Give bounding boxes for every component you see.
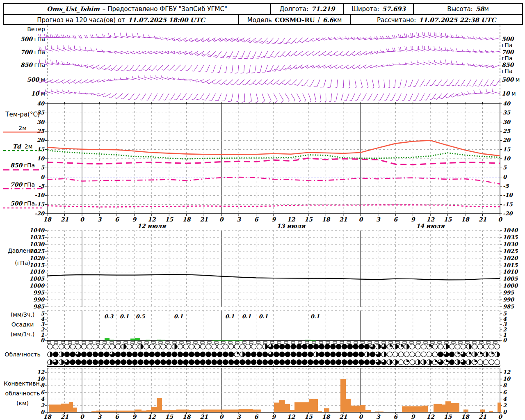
svg-text:12: 12 (426, 216, 435, 223)
cloud-cover-symbol (212, 352, 217, 357)
cloud-cover-symbol (121, 360, 126, 365)
cloud-cover-symbol (302, 360, 308, 365)
wind-barbs (38, 25, 500, 103)
cloud-cover-symbol (127, 344, 132, 349)
svg-text:0: 0 (503, 337, 507, 343)
cloud-cover-symbol (359, 352, 364, 357)
cloud-cover-symbol (110, 360, 115, 365)
cloud-cover-symbol (319, 344, 324, 349)
cloud-cover-symbol (144, 360, 149, 365)
cloud-cover-symbol (189, 344, 194, 349)
convective-cloud-bar (73, 408, 77, 412)
cloud-cover-symbol (279, 360, 285, 365)
svg-text:12: 12 (426, 413, 435, 420)
svg-text:995: 995 (33, 290, 45, 296)
convective-cloud-bar (410, 406, 422, 412)
convective-cloud-bar (351, 406, 361, 412)
svg-text:10: 10 (37, 155, 45, 162)
cloud-cover-symbol (319, 352, 324, 357)
cloud-cover-symbol (234, 360, 240, 365)
convective-cloud-bar (285, 404, 290, 412)
svg-text:15: 15 (165, 413, 173, 420)
cloud-cover-symbol (477, 344, 483, 349)
svg-text:3: 3 (98, 216, 102, 223)
convective-cloud-bar (213, 410, 239, 412)
cloud-cover-symbol (76, 344, 81, 349)
cloud-cover-symbol (161, 360, 166, 365)
cloud-cover-symbol (212, 344, 217, 349)
cloud-cover-symbol (427, 352, 432, 357)
precip-bar (157, 340, 161, 340)
cloud-cover-symbol (461, 344, 466, 349)
svg-text:0: 0 (498, 216, 502, 223)
cloud-cover-symbol (194, 360, 200, 365)
svg-text:12: 12 (37, 369, 45, 375)
svg-text:12: 12 (287, 216, 296, 223)
convective-cloud-bar (309, 399, 318, 412)
svg-text:-20: -20 (503, 210, 513, 217)
convective-cloud-bar (239, 409, 253, 412)
svg-text:20: 20 (503, 137, 511, 143)
cloud-cover-symbol (370, 352, 375, 357)
cloud-cover-symbol (398, 360, 404, 365)
convective-cloud-bar (61, 404, 69, 412)
svg-text:21: 21 (200, 413, 208, 420)
cloud-cover-symbol (297, 344, 302, 349)
svg-text:12: 12 (148, 413, 156, 420)
convective-cloud-bar (422, 406, 428, 412)
svg-text:15: 15 (304, 216, 313, 223)
cloud-cover-symbol (144, 344, 149, 349)
cloud-cover-symbol (449, 344, 454, 349)
svg-text:1040: 1040 (30, 227, 45, 233)
cloud-cover-symbol (483, 360, 488, 365)
cloud-cover-symbol (189, 352, 194, 357)
cloud-cover-symbol (398, 352, 404, 357)
cloud-cover-symbol (76, 360, 81, 365)
cloud-cover-symbol (438, 344, 443, 349)
cloud-cover-symbol (331, 352, 336, 357)
cloud-cover-symbol (421, 352, 426, 357)
cloud-cover-symbol (81, 352, 87, 357)
cloud-cover-symbol (104, 360, 110, 365)
cloud-cover-symbol (302, 352, 308, 357)
convective-cloud-bar (324, 408, 329, 412)
svg-text:40: 40 (503, 100, 511, 107)
cloud-cover-symbol (206, 352, 211, 357)
svg-text:6: 6 (115, 413, 119, 420)
svg-text:18: 18 (43, 216, 52, 223)
svg-text:21: 21 (479, 413, 487, 420)
convective-cloud-bar (253, 410, 261, 412)
precip-bar (305, 340, 310, 340)
cloud-cover-symbol (489, 360, 494, 365)
date-label: 12 июля (137, 223, 167, 229)
cloud-cover-symbol (291, 352, 296, 357)
convective-cloud-bar (201, 410, 213, 412)
cloud-cover-symbol (246, 344, 251, 349)
cloud-cover-symbol (279, 352, 285, 357)
cloud-cover-symbol (274, 352, 279, 357)
svg-text:3: 3 (98, 413, 102, 420)
cloud-cover-symbol (127, 360, 132, 365)
svg-text:18: 18 (461, 413, 470, 420)
cloud-cover-symbol (342, 344, 347, 349)
cloud-cover-symbol (70, 344, 75, 349)
svg-text:0: 0 (503, 174, 507, 180)
svg-text:0: 0 (80, 413, 84, 420)
svg-text:995: 995 (503, 290, 514, 296)
cloud-cover-symbol (115, 344, 121, 349)
svg-text:18: 18 (43, 413, 52, 420)
cloud-cover-symbol (228, 352, 234, 357)
svg-text:9: 9 (272, 413, 276, 420)
svg-text:5: 5 (503, 164, 507, 171)
cloud-cover-symbol (240, 360, 245, 365)
cloud-cover-symbol (166, 352, 171, 357)
svg-text:21: 21 (61, 413, 69, 420)
cloud-cover-symbol (172, 352, 177, 357)
svg-text:35: 35 (37, 110, 45, 116)
svg-text:0: 0 (41, 174, 45, 180)
cloud-cover-symbol (228, 360, 234, 365)
convective-chart: 121210108866442200 (37, 368, 511, 415)
cloud-cover-symbol (81, 360, 87, 365)
cloud-cover-symbol (132, 360, 138, 365)
convective-cloud-bar (189, 410, 201, 412)
